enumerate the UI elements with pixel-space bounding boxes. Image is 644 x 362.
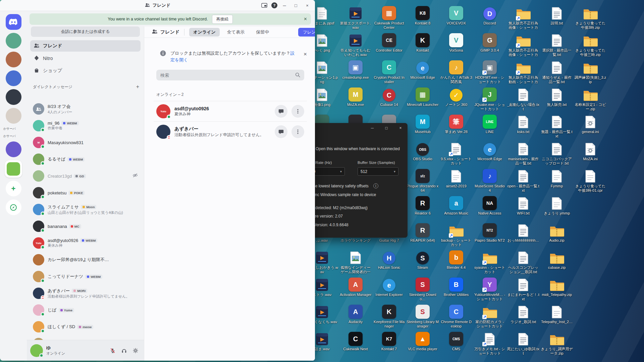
dm-item[interactable]: スライムアミサMoon山田と山田が好き(山田リョウと笑う4体の山) — [30, 201, 141, 218]
server-icon[interactable] — [5, 160, 22, 178]
desktop-icon[interactable]: 筆筆まめ Ver.28 — [440, 113, 472, 134]
desktop-icon[interactable]: おっhhhhhhhhhh… — [507, 222, 539, 243]
more-button[interactable] — [291, 125, 304, 138]
more-button[interactable] — [291, 105, 304, 118]
desktop-icon[interactable]: きょうり.ymmp — [541, 195, 573, 216]
dm-item[interactable]: 8/23 オフ会4人のメンバー — [30, 101, 141, 117]
desktop-icon[interactable]: YYukkunMovieM… - ショートカット — [474, 276, 506, 301]
desktop-icon[interactable]: CCakewalk Next — [339, 330, 372, 351]
tab-オンライン[interactable]: オンライン — [189, 28, 220, 37]
desktop-icon[interactable]: aAmazon Music — [440, 195, 472, 216]
desktop-icon[interactable]: NT2Piapro Studio NT2 — [474, 222, 506, 243]
dm-item[interactable]: banananaMC — [30, 218, 141, 235]
desktop-icon[interactable]: 家の防犯カメラ - ショートカット — [474, 303, 506, 328]
desktop-icon[interactable]: K7Kontakt 7 — [373, 330, 405, 351]
desktop-icon[interactable]: NANative Access — [474, 195, 506, 216]
banner-close-icon[interactable]: × — [304, 16, 307, 22]
sidebar-item-friends[interactable]: フレンド — [30, 40, 141, 52]
desktop-icon[interactable]: ksks.txt — [507, 113, 539, 134]
discord-home-button[interactable] — [6, 14, 21, 30]
desktop-icon[interactable]: open - 親作品一覧.txt — [507, 168, 539, 193]
info-icon[interactable]: i — [373, 183, 378, 188]
desktop-icon[interactable]: MMuseHub — [407, 113, 439, 134]
desktop-icon[interactable]: きょうり_調声用データ.zip — [541, 330, 573, 356]
dialog-minimize-button[interactable]: ─ — [365, 123, 379, 133]
avatar[interactable] — [30, 344, 43, 357]
desktop-icon[interactable]: 無人販売不正行為画像 - ショートカッ… — [507, 5, 539, 30]
desktop-icon[interactable]: K8Kontakt 8 — [407, 5, 439, 25]
desktop-icon[interactable]: manisekarin - 親作品一覧.txt — [507, 140, 539, 166]
dm-item[interactable]: mi_96WEBM作業中毒 — [30, 117, 141, 134]
desktop-icon[interactable]: bBlender 4.4 — [440, 249, 472, 270]
desktop-icon[interactable]: SSteam — [407, 249, 439, 270]
message-button[interactable] — [275, 105, 287, 118]
server-icon[interactable] — [6, 70, 21, 86]
desktop-icon[interactable]: ニコニコバックアップロード.txt — [541, 140, 573, 166]
desktop-icon[interactable]: ♪MuseScore Studio 4 — [474, 168, 506, 193]
desktop-icon[interactable]: きょうり食ってた午後三時.zip — [574, 32, 606, 57]
desktop-icon[interactable]: ▦Minecraft Launcher — [407, 86, 439, 107]
desktop-icon[interactable]: VVoiSona — [440, 32, 472, 53]
desktop-icon[interactable]: 死にたい_ゆ歌詞.txt — [507, 330, 539, 356]
message-button[interactable] — [275, 125, 287, 138]
desktop-icon[interactable]: LINELINE — [474, 113, 506, 134]
dm-item[interactable]: Yutoasdf@yuto0926WEBM夏休み神 — [30, 235, 141, 251]
desktop-icon[interactable]: CCubase 14 — [373, 86, 405, 107]
desktop-icon[interactable]: 無人販売不正行為画像 - ショートカット — [507, 32, 539, 57]
desktop-icon[interactable]: VVOICEVOX — [440, 5, 472, 25]
server-icon[interactable] — [6, 52, 21, 67]
dm-item[interactable]: Creator13gdGD — [30, 168, 141, 184]
desktop-icon[interactable]: KKontakt — [407, 32, 439, 53]
desktop-icon[interactable]: ▣HDDFMT.exe - ショートカット — [474, 59, 506, 84]
desktop-icon[interactable]: まにまわーるど！.txt — [507, 276, 539, 301]
desktop-icon[interactable]: CMSCMS — [440, 330, 472, 351]
desktop-icon[interactable]: ▣createdump.exe — [339, 59, 372, 80]
desktop-icon[interactable]: 調声練習(失敗)_3.zip — [574, 59, 606, 84]
dm-item[interactable]: こってりドーナツWEBM — [30, 268, 141, 285]
helper-close-icon[interactable]: × — [304, 50, 307, 59]
desktop-icon[interactable]: Telepathy_Inst_2… — [541, 303, 573, 324]
desktop-icon[interactable]: 新規エクスポート.wav — [339, 5, 372, 30]
desktop-icon[interactable]: ▦Cakewalk Product Center — [373, 5, 405, 30]
dialog-maximize-button[interactable]: □ — [379, 123, 393, 133]
desktop-icon[interactable]: cubase.zip — [541, 249, 573, 270]
create-dm-icon[interactable]: + — [136, 84, 139, 90]
desktop-icon[interactable]: AActivation Manager — [339, 276, 372, 297]
tab-全て表示[interactable]: 全て表示 — [223, 28, 249, 37]
desktop-icon[interactable]: CCrypton Product Installer — [373, 59, 405, 84]
desktop-icon[interactable]: Fymmp — [541, 168, 573, 188]
dm-item[interactable]: るるそばWEBM — [30, 151, 141, 168]
desktop-icon[interactable]: 9.5.xlsx - ショートカット — [440, 140, 472, 166]
desktop-icon[interactable]: DDiscord — [474, 5, 506, 25]
desktop-icon[interactable]: ヘルスコンプレッション__歌詞.txt — [507, 249, 539, 274]
reconnect-button[interactable]: 再接続 — [212, 15, 233, 24]
close-button[interactable]: × — [303, 1, 312, 9]
settings-gear-icon[interactable] — [130, 346, 141, 356]
desktop-icon[interactable]: 説明.txt — [541, 5, 573, 25]
dm-item[interactable]: カレー卯丼@8/19より期限不明活動… — [30, 251, 141, 268]
desktop-icon[interactable]: CEController Editor — [373, 32, 405, 53]
dm-item[interactable]: poketetsuPOKE — [30, 184, 141, 201]
dm-item[interactable]: あずきバーMORI活動者様以外原則フレンド申請許可してません。 — [30, 285, 141, 302]
desktop-icon[interactable]: 答え知ってもらむいわこれ.wav — [339, 32, 372, 57]
desktop-icon[interactable]: eMicrosoft Edge — [474, 140, 506, 161]
search-input[interactable] — [156, 70, 304, 80]
friend-row[interactable]: あずきバー活動者様以外原則フレンド申請許可してません。 — [154, 121, 307, 142]
sidebar-item-nitro[interactable]: Nitro — [30, 53, 141, 64]
user-info[interactable]: ゆ オンライン — [46, 345, 65, 356]
dm-item[interactable] — [30, 335, 141, 340]
maximize-button[interactable]: □ — [291, 1, 300, 9]
server-icon[interactable] — [6, 141, 21, 157]
desktop-icon[interactable]: RREAPER (x64) — [407, 222, 439, 243]
dm-item[interactable]: じばYume — [30, 302, 141, 318]
desktop-icon[interactable]: 無題 - 親作品一覧.txt — [541, 113, 573, 138]
desktop-icon[interactable]: 孤独なインディーゲーム開発者の一生… — [339, 249, 372, 275]
desktop-icon[interactable]: HHALion Sonic — [373, 249, 405, 270]
desktop-icon[interactable]: RReaktor 6 — [407, 195, 439, 216]
desktop-icon[interactable]: CChrome Remote Desktop — [440, 303, 472, 328]
desktop-icon[interactable]: MoZA.ini — [574, 140, 606, 161]
pip-icon[interactable] — [260, 1, 269, 9]
server-icon[interactable] — [6, 33, 21, 49]
open-on-connect-row[interactable]: Open this window when hardware is connec… — [309, 146, 400, 151]
desktop-icon[interactable]: KKeepforest File Manager — [373, 303, 405, 328]
